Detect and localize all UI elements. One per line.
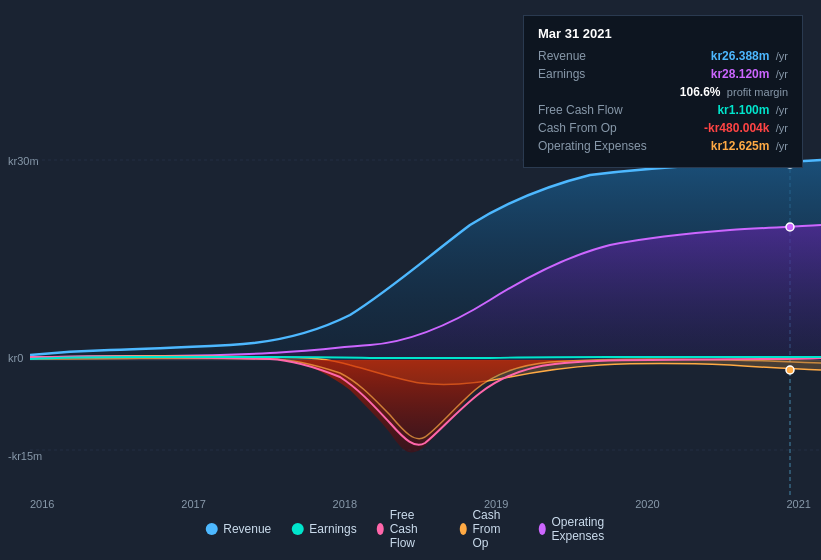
tooltip-label-opex: Operating Expenses bbox=[538, 139, 648, 153]
legend-label-fcf: Free Cash Flow bbox=[390, 508, 440, 550]
tooltip-unit-earnings: /yr bbox=[776, 68, 788, 80]
legend-label-opex: Operating Expenses bbox=[551, 515, 615, 543]
x-label-2020: 2020 bbox=[635, 498, 659, 510]
tooltip-row-cashfromop: Cash From Op -kr480.004k /yr bbox=[538, 121, 788, 135]
cursor-dot-opex bbox=[786, 366, 794, 374]
chart-svg bbox=[30, 155, 821, 495]
tooltip-value-cashfromop: -kr480.004k bbox=[704, 121, 769, 135]
tooltip-label-fcf: Free Cash Flow bbox=[538, 103, 648, 117]
legend-label-revenue: Revenue bbox=[223, 522, 271, 536]
x-label-2017: 2017 bbox=[181, 498, 205, 510]
tooltip-unit-fcf: /yr bbox=[776, 104, 788, 116]
tooltip-row-earnings: Earnings kr28.120m /yr bbox=[538, 67, 788, 81]
tooltip-value-fcf: kr1.100m bbox=[717, 103, 769, 117]
legend-dot-revenue bbox=[205, 523, 217, 535]
chart-container: Mar 31 2021 Revenue kr26.388m /yr Earnin… bbox=[0, 0, 821, 560]
legend-item-earnings[interactable]: Earnings bbox=[291, 522, 356, 536]
legend-dot-cashfromop bbox=[459, 523, 466, 535]
chart-legend: Revenue Earnings Free Cash Flow Cash Fro… bbox=[205, 508, 616, 550]
tooltip-label-earnings: Earnings bbox=[538, 67, 648, 81]
legend-item-cashfromop[interactable]: Cash From Op bbox=[459, 508, 518, 550]
x-label-2016: 2016 bbox=[30, 498, 54, 510]
legend-label-earnings: Earnings bbox=[309, 522, 356, 536]
tooltip-row-margin: 106.6% profit margin bbox=[538, 85, 788, 99]
tooltip-date: Mar 31 2021 bbox=[538, 26, 788, 41]
tooltip-row-opex: Operating Expenses kr12.625m /yr bbox=[538, 139, 788, 153]
tooltip-unit-margin: profit margin bbox=[727, 86, 788, 98]
tooltip-label-revenue: Revenue bbox=[538, 49, 648, 63]
legend-item-revenue[interactable]: Revenue bbox=[205, 522, 271, 536]
legend-item-fcf[interactable]: Free Cash Flow bbox=[377, 508, 440, 550]
legend-label-cashfromop: Cash From Op bbox=[472, 508, 518, 550]
tooltip-unit-opex: /yr bbox=[776, 140, 788, 152]
tooltip-row-fcf: Free Cash Flow kr1.100m /yr bbox=[538, 103, 788, 117]
legend-dot-opex bbox=[538, 523, 545, 535]
tooltip-unit-revenue: /yr bbox=[776, 50, 788, 62]
tooltip-box: Mar 31 2021 Revenue kr26.388m /yr Earnin… bbox=[523, 15, 803, 168]
tooltip-value-earnings: kr28.120m bbox=[711, 67, 770, 81]
tooltip-value-margin: 106.6% bbox=[680, 85, 721, 99]
tooltip-value-opex: kr12.625m bbox=[711, 139, 770, 153]
tooltip-unit-cashfromop: /yr bbox=[776, 122, 788, 134]
cursor-dot-earnings bbox=[786, 223, 794, 231]
legend-dot-fcf bbox=[377, 523, 384, 535]
legend-item-opex[interactable]: Operating Expenses bbox=[538, 515, 615, 543]
x-label-2021: 2021 bbox=[786, 498, 810, 510]
legend-dot-earnings bbox=[291, 523, 303, 535]
tooltip-row-revenue: Revenue kr26.388m /yr bbox=[538, 49, 788, 63]
tooltip-label-cashfromop: Cash From Op bbox=[538, 121, 648, 135]
tooltip-value-revenue: kr26.388m bbox=[711, 49, 770, 63]
y-label-mid: kr0 bbox=[8, 352, 23, 364]
